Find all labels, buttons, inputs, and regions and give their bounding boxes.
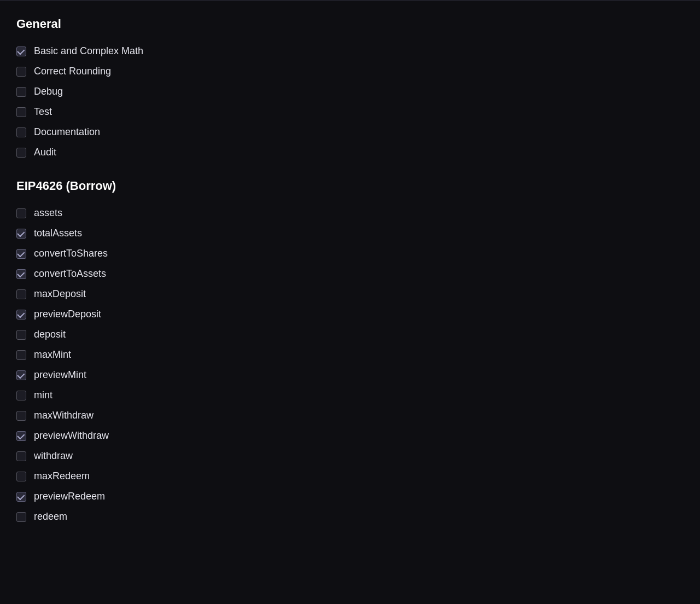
checkbox-icon[interactable] xyxy=(16,310,26,320)
checkbox-label: redeem xyxy=(34,511,67,522)
checkbox-icon[interactable] xyxy=(16,411,26,421)
checkbox-label: withdraw xyxy=(34,450,73,462)
checkbox-label: Test xyxy=(34,106,52,118)
section-general: GeneralBasic and Complex MathCorrect Rou… xyxy=(16,17,684,162)
list-item[interactable]: Test xyxy=(16,102,684,122)
checkbox-icon[interactable] xyxy=(16,67,26,77)
list-item[interactable]: maxMint xyxy=(16,345,684,365)
list-item[interactable]: Correct Rounding xyxy=(16,61,684,82)
checkbox-icon[interactable] xyxy=(16,229,26,239)
checkbox-label: previewWithdraw xyxy=(34,430,109,442)
checkbox-label: convertToShares xyxy=(34,248,108,259)
checkbox-label: Audit xyxy=(34,147,56,158)
checkbox-list-eip4626: assetstotalAssetsconvertToSharesconvertT… xyxy=(16,203,684,527)
list-item[interactable]: withdraw xyxy=(16,446,684,466)
checkbox-icon[interactable] xyxy=(16,330,26,340)
checkbox-label: deposit xyxy=(34,329,66,340)
list-item[interactable]: convertToShares xyxy=(16,243,684,264)
checkbox-icon[interactable] xyxy=(16,512,26,522)
list-item[interactable]: deposit xyxy=(16,324,684,345)
list-item[interactable]: redeem xyxy=(16,507,684,527)
list-item[interactable]: maxWithdraw xyxy=(16,405,684,426)
checkbox-label: Basic and Complex Math xyxy=(34,45,143,57)
checkbox-icon[interactable] xyxy=(16,289,26,299)
checkbox-icon[interactable] xyxy=(16,431,26,441)
checkbox-label: maxWithdraw xyxy=(34,410,94,421)
list-item[interactable]: Audit xyxy=(16,142,684,162)
checkbox-icon[interactable] xyxy=(16,47,26,56)
checkbox-icon[interactable] xyxy=(16,472,26,481)
list-item[interactable]: previewMint xyxy=(16,365,684,385)
list-item[interactable]: maxRedeem xyxy=(16,466,684,486)
checkbox-icon[interactable] xyxy=(16,451,26,461)
list-item[interactable]: convertToAssets xyxy=(16,264,684,284)
checkbox-label: mint xyxy=(34,390,52,401)
page-container: GeneralBasic and Complex MathCorrect Rou… xyxy=(0,0,700,565)
checkbox-icon[interactable] xyxy=(16,391,26,400)
checkbox-icon[interactable] xyxy=(16,87,26,97)
list-item[interactable]: maxDeposit xyxy=(16,284,684,304)
checkbox-label: maxMint xyxy=(34,349,71,361)
checkbox-icon[interactable] xyxy=(16,350,26,360)
checkbox-label: Correct Rounding xyxy=(34,66,111,77)
checkbox-label: assets xyxy=(34,207,62,219)
checkbox-label: totalAssets xyxy=(34,228,82,239)
checkbox-label: Documentation xyxy=(34,126,100,138)
list-item[interactable]: Documentation xyxy=(16,122,684,142)
checkbox-icon[interactable] xyxy=(16,269,26,279)
list-item[interactable]: Basic and Complex Math xyxy=(16,41,684,61)
section-title-eip4626: EIP4626 (Borrow) xyxy=(16,179,684,193)
checkbox-icon[interactable] xyxy=(16,148,26,158)
checkbox-icon[interactable] xyxy=(16,249,26,259)
list-item[interactable]: assets xyxy=(16,203,684,223)
list-item[interactable]: totalAssets xyxy=(16,223,684,243)
checkbox-icon[interactable] xyxy=(16,107,26,117)
checkbox-label: maxDeposit xyxy=(34,288,86,300)
list-item[interactable]: previewWithdraw xyxy=(16,426,684,446)
list-item[interactable]: Debug xyxy=(16,82,684,102)
checkbox-label: maxRedeem xyxy=(34,471,90,482)
checkbox-icon[interactable] xyxy=(16,127,26,137)
section-eip4626: EIP4626 (Borrow)assetstotalAssetsconvert… xyxy=(16,179,684,527)
checkbox-label: convertToAssets xyxy=(34,268,106,280)
checkbox-label: previewMint xyxy=(34,369,86,381)
section-title-general: General xyxy=(16,17,684,31)
list-item[interactable]: mint xyxy=(16,385,684,405)
checkbox-label: previewDeposit xyxy=(34,309,101,320)
checkbox-label: Debug xyxy=(34,86,63,97)
checkbox-icon[interactable] xyxy=(16,370,26,380)
list-item[interactable]: previewRedeem xyxy=(16,486,684,507)
checkbox-icon[interactable] xyxy=(16,492,26,502)
checkbox-icon[interactable] xyxy=(16,208,26,218)
checkbox-list-general: Basic and Complex MathCorrect RoundingDe… xyxy=(16,41,684,162)
list-item[interactable]: previewDeposit xyxy=(16,304,684,324)
checkbox-label: previewRedeem xyxy=(34,491,105,502)
